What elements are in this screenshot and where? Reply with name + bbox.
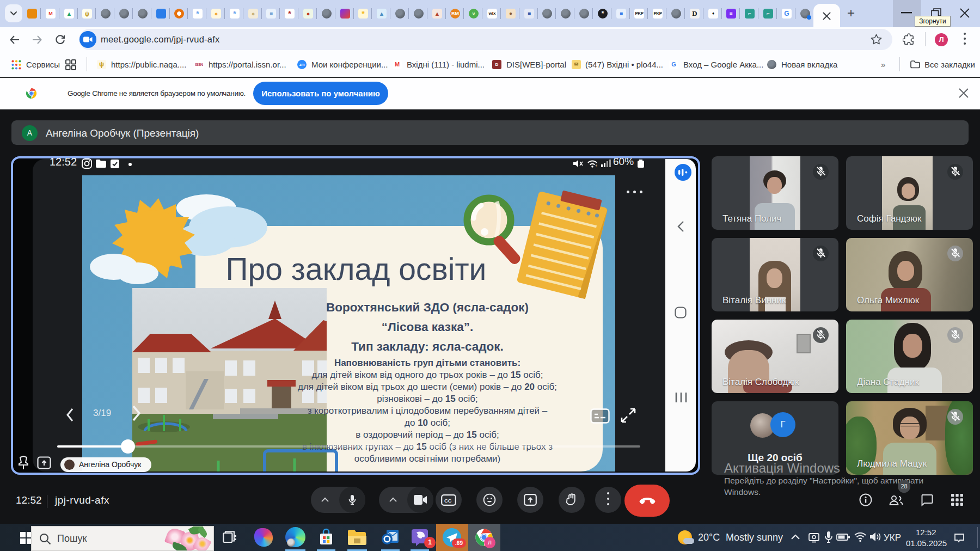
svg-text:Про заклад освіти: Про заклад освіти xyxy=(226,252,487,286)
svg-text:CC: CC xyxy=(444,498,452,504)
svg-text:в оздоровчий період – до 15 ос: в оздоровчий період – до 15 осіб; xyxy=(356,430,499,440)
svg-text:+: + xyxy=(595,164,597,168)
svg-text:для дітей віком від трьох до ш: для дітей віком від трьох до шести (семи… xyxy=(298,382,557,392)
svg-text:Наповнюваність груп дітьми ста: Наповнюваність груп дітьми становить: xyxy=(334,358,520,368)
svg-text:Тип закладу: ясла-садок.: Тип закладу: ясла-садок. xyxy=(351,340,504,353)
svg-text:Ворохтянський ЗДО (ясла-садок): Ворохтянський ЗДО (ясла-садок) xyxy=(326,301,529,314)
svg-text:для дітей віком від одного до: для дітей віком від одного до трьох рокі… xyxy=(311,370,543,380)
svg-text:різновікові – до 15 осіб;: різновікові – до 15 осіб; xyxy=(377,394,477,404)
svg-text:особливими освітніми потребами: особливими освітніми потребами) xyxy=(354,454,500,464)
svg-text:з короткотривалим і цілодобови: з короткотривалим і цілодобовим перебува… xyxy=(308,406,548,416)
svg-text:“Лісова казка”.: “Лісова казка”. xyxy=(382,320,473,334)
svg-text:3/19: 3/19 xyxy=(93,408,111,418)
svg-text:до 10 осіб;: до 10 осіб; xyxy=(405,418,450,428)
